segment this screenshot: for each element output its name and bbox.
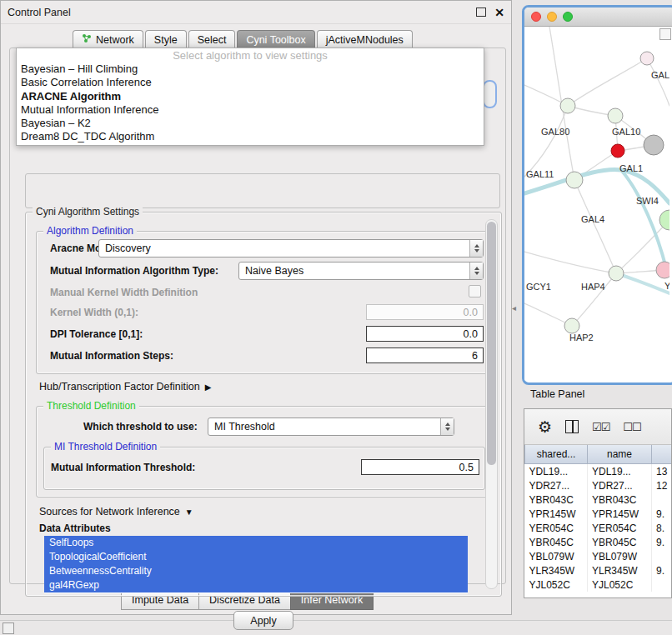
network-node[interactable] (560, 98, 575, 113)
table-row[interactable]: YBR045CYBR045C9. (525, 535, 672, 549)
sources-label: Sources for Network Inference (39, 506, 180, 518)
table-cell: YDR27... (588, 478, 652, 492)
float-window-icon[interactable] (476, 8, 486, 17)
which-threshold-label: Which threshold to use: (83, 421, 198, 432)
combo-stepper-icon (440, 418, 454, 435)
hub-definition-disclosure[interactable]: Hub/Transcription Factor Definition ▶ (39, 381, 211, 392)
table-row[interactable]: YDL19...YDL19...13 (525, 464, 672, 479)
chevron-right-icon: ▶ (205, 382, 212, 392)
columns-icon[interactable] (565, 420, 579, 433)
network-node-label: SWI4 (636, 196, 659, 206)
select-all-icon[interactable]: ☑☑ (592, 421, 609, 433)
column-header[interactable]: shared... (525, 445, 588, 464)
table-cell: YER054C (588, 521, 652, 535)
table-row[interactable]: YDR27...YDR27...12 (525, 478, 672, 492)
tab-label: Select (198, 34, 227, 46)
manual-kernel-width-checkbox (469, 285, 481, 298)
network-node[interactable] (659, 210, 669, 230)
close-traffic-light-icon[interactable] (531, 12, 541, 22)
table-cell: 9. (652, 563, 672, 578)
network-node-label: HAP2 (569, 332, 594, 342)
network-node-label: GAL80 (541, 127, 569, 137)
mi-steps-field[interactable]: 6 (366, 348, 484, 363)
network-node-label: GAL (651, 70, 669, 80)
algorithm-option[interactable]: Bayesian – Hill Climbing (17, 62, 484, 76)
zoom-traffic-light-icon[interactable] (563, 12, 573, 22)
table-row[interactable]: YBR043CYBR043C (525, 492, 672, 507)
mi-algorithm-type-label: Mutual Information Algorithm Type: (50, 265, 218, 277)
network-view-window: GALGAL80GAL10GAL11GAL1SWI4GAL4GCY1HAP4HA… (522, 5, 672, 385)
aracne-mode-select[interactable]: Discovery (98, 239, 484, 258)
scrollbar-thumb[interactable] (487, 222, 496, 465)
table-cell: YDR27... (525, 478, 588, 492)
network-node[interactable] (656, 262, 669, 278)
tab-jactivemnodules[interactable]: jActiveMNodules (317, 30, 413, 48)
algorithm-option[interactable]: Mutual Information Inference (17, 103, 484, 117)
algorithm-option[interactable]: ARACNE Algorithm (17, 90, 484, 103)
attribute-list-item[interactable]: BetweennessCentrality (44, 564, 468, 578)
column-header[interactable] (652, 445, 672, 464)
dpi-tolerance-field[interactable]: 0.0 (366, 326, 484, 342)
attribute-list-item[interactable]: gal4RGexp (44, 578, 468, 592)
tab-cyni-toolbox[interactable]: Cyni Toolbox (237, 30, 314, 48)
sources-disclosure[interactable]: Sources for Network Inference ▼ (39, 506, 193, 518)
apply-button[interactable]: Apply (233, 611, 293, 630)
network-node[interactable] (611, 144, 624, 158)
deselect-all-icon[interactable]: ☐☐ (623, 421, 640, 433)
network-edge (568, 58, 647, 106)
birdseye-toggle-icon[interactable] (659, 28, 671, 40)
chevron-down-icon: ▼ (185, 508, 193, 517)
algorithm-option[interactable]: Bayesian – K2 (17, 117, 484, 130)
table-cell: 8. (652, 521, 672, 535)
network-node[interactable] (640, 52, 654, 65)
data-attributes-list[interactable]: SelfLoopsTopologicalCoefficientBetweenne… (44, 536, 468, 593)
network-node[interactable] (564, 318, 579, 333)
splitter-collapse-arrow[interactable]: ◂ (512, 303, 516, 312)
table-row[interactable]: YPR145WYPR145W9. (525, 507, 672, 521)
app-root: Control Panel ✕ NetworkStyleSelectCyni T… (0, 0, 672, 635)
tab-network[interactable]: Network (73, 30, 143, 48)
gear-icon[interactable]: ⚙ (538, 419, 552, 435)
network-node[interactable] (608, 108, 623, 123)
horizontal-scrollbar[interactable] (0, 620, 672, 635)
close-icon[interactable]: ✕ (494, 7, 504, 18)
network-node[interactable] (644, 135, 664, 155)
table-cell: 9. (652, 507, 672, 521)
network-node[interactable] (566, 172, 583, 188)
column-header[interactable]: name (588, 445, 652, 464)
network-graph: GALGAL80GAL10GAL11GAL1SWI4GAL4GCY1HAP4HA… (524, 27, 669, 381)
network-canvas[interactable]: GALGAL80GAL10GAL11GAL1SWI4GAL4GCY1HAP4HA… (524, 27, 672, 381)
table-cell: YDL19... (525, 464, 588, 479)
network-node-label: HAP4 (581, 282, 605, 292)
tab-style[interactable]: Style (145, 30, 187, 48)
table-row[interactable]: YLR345WYLR345W9. (525, 563, 672, 578)
mi-threshold-field[interactable]: 0.5 (361, 459, 479, 475)
tab-select[interactable]: Select (188, 30, 236, 48)
table-cell: YLR345W (525, 563, 588, 578)
algorithm-option[interactable]: Basic Correlation Inference (17, 76, 484, 89)
tab-label: Cyni Toolbox (246, 34, 305, 46)
tab-label: Style (154, 34, 178, 46)
mi-threshold-group-title: MI Threshold Definition (51, 441, 160, 452)
minimize-traffic-light-icon[interactable] (547, 12, 557, 22)
manual-kernel-width-label: Manual Kernel Width Definition (50, 287, 198, 298)
algorithm-definition-group: Algorithm Definition Aracne Mode: Discov… (36, 231, 491, 374)
mi-algorithm-type-select[interactable]: Naive Bayes (238, 262, 484, 280)
network-node-label: GAL1 (619, 163, 643, 173)
mi-threshold-group: MI Threshold Definition Mutual Informati… (43, 447, 485, 490)
table-row[interactable]: YBL079WYBL079W (525, 549, 672, 563)
which-threshold-select[interactable]: MI Threshold (208, 418, 454, 436)
settings-scrollbar[interactable] (485, 219, 498, 589)
attribute-list-item[interactable]: SelfLoops (44, 536, 468, 550)
network-node[interactable] (609, 266, 624, 281)
table-row[interactable]: YJL052CYJL052C (525, 578, 672, 592)
control-panel-title: Control Panel (8, 7, 71, 18)
attribute-list-item[interactable]: TopologicalCoefficient (44, 550, 468, 564)
network-node-label: GAL11 (526, 169, 554, 179)
table-row[interactable]: YER054CYER054C8. (525, 521, 672, 535)
algorithm-option[interactable]: Dream8 DC_TDC Algorithm (17, 130, 484, 143)
combo-stepper-icon (469, 262, 483, 279)
kernel-width-field: 0.0 (366, 304, 484, 320)
table-cell: 9. (652, 535, 672, 549)
table-cell: YER054C (525, 521, 588, 535)
